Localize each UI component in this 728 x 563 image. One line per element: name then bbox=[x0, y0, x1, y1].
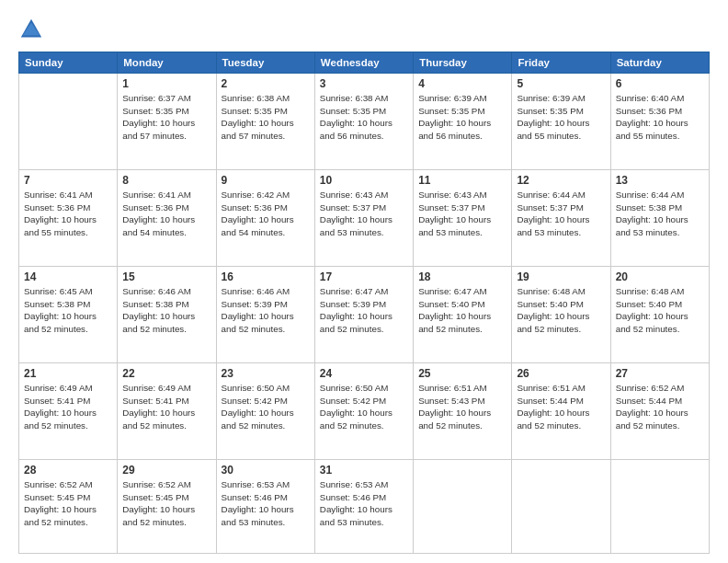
day-number: 8 bbox=[122, 174, 210, 187]
day-info: Sunrise: 6:53 AMSunset: 5:46 PMDaylight:… bbox=[320, 478, 408, 529]
svg-marker-1 bbox=[23, 23, 40, 36]
day-number: 22 bbox=[122, 367, 210, 380]
day-info: Sunrise: 6:44 AMSunset: 5:38 PMDaylight:… bbox=[616, 189, 704, 239]
calendar-cell bbox=[512, 459, 610, 553]
day-info: Sunrise: 6:39 AMSunset: 5:35 PMDaylight:… bbox=[517, 92, 605, 143]
calendar-cell: 28Sunrise: 6:52 AMSunset: 5:45 PMDayligh… bbox=[19, 459, 118, 553]
calendar-cell: 19Sunrise: 6:48 AMSunset: 5:40 PMDayligh… bbox=[512, 266, 610, 362]
day-number: 12 bbox=[517, 174, 605, 187]
logo bbox=[18, 17, 46, 42]
page: SundayMondayTuesdayWednesdayThursdayFrid… bbox=[0, 0, 728, 563]
day-number: 21 bbox=[24, 367, 112, 380]
day-info: Sunrise: 6:41 AMSunset: 5:36 PMDaylight:… bbox=[122, 189, 210, 239]
day-number: 9 bbox=[222, 174, 310, 187]
calendar-cell: 16Sunrise: 6:46 AMSunset: 5:39 PMDayligh… bbox=[216, 266, 314, 362]
day-info: Sunrise: 6:42 AMSunset: 5:36 PMDaylight:… bbox=[222, 189, 310, 239]
calendar-cell: 18Sunrise: 6:47 AMSunset: 5:40 PMDayligh… bbox=[414, 266, 512, 362]
calendar-cell: 21Sunrise: 6:49 AMSunset: 5:41 PMDayligh… bbox=[19, 362, 118, 459]
calendar-cell: 13Sunrise: 6:44 AMSunset: 5:38 PMDayligh… bbox=[610, 169, 709, 266]
calendar-cell: 30Sunrise: 6:53 AMSunset: 5:46 PMDayligh… bbox=[216, 459, 314, 553]
day-info: Sunrise: 6:45 AMSunset: 5:38 PMDaylight:… bbox=[24, 285, 112, 336]
calendar-cell: 9Sunrise: 6:42 AMSunset: 5:36 PMDaylight… bbox=[216, 169, 314, 266]
day-number: 7 bbox=[24, 174, 112, 187]
calendar-cell: 22Sunrise: 6:49 AMSunset: 5:41 PMDayligh… bbox=[118, 362, 216, 459]
day-info: Sunrise: 6:43 AMSunset: 5:37 PMDaylight:… bbox=[320, 189, 408, 239]
day-info: Sunrise: 6:46 AMSunset: 5:38 PMDaylight:… bbox=[122, 285, 210, 336]
weekday-header-thursday: Thursday bbox=[414, 52, 512, 74]
weekday-header-friday: Friday bbox=[512, 52, 610, 74]
day-number: 17 bbox=[320, 270, 408, 283]
calendar-cell: 1Sunrise: 6:37 AMSunset: 5:35 PMDaylight… bbox=[118, 74, 216, 170]
calendar-cell: 7Sunrise: 6:41 AMSunset: 5:36 PMDaylight… bbox=[19, 169, 118, 266]
calendar-cell: 15Sunrise: 6:46 AMSunset: 5:38 PMDayligh… bbox=[118, 266, 216, 362]
day-info: Sunrise: 6:51 AMSunset: 5:43 PMDaylight:… bbox=[418, 382, 506, 432]
day-info: Sunrise: 6:38 AMSunset: 5:35 PMDaylight:… bbox=[222, 92, 310, 143]
calendar-table: SundayMondayTuesdayWednesdayThursdayFrid… bbox=[18, 52, 710, 554]
day-number: 29 bbox=[122, 464, 210, 477]
day-info: Sunrise: 6:53 AMSunset: 5:46 PMDaylight:… bbox=[222, 478, 310, 529]
day-info: Sunrise: 6:47 AMSunset: 5:39 PMDaylight:… bbox=[320, 285, 408, 336]
day-info: Sunrise: 6:43 AMSunset: 5:37 PMDaylight:… bbox=[418, 189, 506, 239]
calendar-cell: 27Sunrise: 6:52 AMSunset: 5:44 PMDayligh… bbox=[610, 362, 709, 459]
day-number: 10 bbox=[320, 174, 408, 187]
day-info: Sunrise: 6:49 AMSunset: 5:41 PMDaylight:… bbox=[24, 382, 112, 432]
weekday-header-sunday: Sunday bbox=[19, 52, 118, 74]
day-info: Sunrise: 6:40 AMSunset: 5:36 PMDaylight:… bbox=[616, 92, 704, 143]
calendar-cell: 11Sunrise: 6:43 AMSunset: 5:37 PMDayligh… bbox=[414, 169, 512, 266]
weekday-header-row: SundayMondayTuesdayWednesdayThursdayFrid… bbox=[19, 52, 710, 74]
calendar-cell: 20Sunrise: 6:48 AMSunset: 5:40 PMDayligh… bbox=[610, 266, 709, 362]
header bbox=[18, 17, 710, 42]
calendar-cell: 12Sunrise: 6:44 AMSunset: 5:37 PMDayligh… bbox=[512, 169, 610, 266]
day-number: 11 bbox=[418, 174, 506, 187]
day-number: 27 bbox=[616, 367, 704, 380]
day-info: Sunrise: 6:41 AMSunset: 5:36 PMDaylight:… bbox=[24, 189, 112, 239]
calendar-cell bbox=[19, 74, 118, 170]
calendar-week-row: 28Sunrise: 6:52 AMSunset: 5:45 PMDayligh… bbox=[19, 459, 710, 553]
day-number: 28 bbox=[24, 464, 112, 477]
calendar-cell: 10Sunrise: 6:43 AMSunset: 5:37 PMDayligh… bbox=[314, 169, 413, 266]
calendar-cell: 17Sunrise: 6:47 AMSunset: 5:39 PMDayligh… bbox=[314, 266, 413, 362]
day-number: 4 bbox=[418, 77, 506, 90]
day-number: 5 bbox=[517, 77, 605, 90]
day-info: Sunrise: 6:37 AMSunset: 5:35 PMDaylight:… bbox=[122, 92, 210, 143]
calendar-cell: 4Sunrise: 6:39 AMSunset: 5:35 PMDaylight… bbox=[414, 74, 512, 170]
calendar-cell: 31Sunrise: 6:53 AMSunset: 5:46 PMDayligh… bbox=[314, 459, 413, 553]
day-number: 30 bbox=[222, 464, 310, 477]
logo-icon bbox=[18, 17, 44, 42]
day-info: Sunrise: 6:44 AMSunset: 5:37 PMDaylight:… bbox=[517, 189, 605, 239]
day-number: 15 bbox=[122, 270, 210, 283]
day-number: 18 bbox=[418, 270, 506, 283]
calendar-cell: 6Sunrise: 6:40 AMSunset: 5:36 PMDaylight… bbox=[610, 74, 709, 170]
day-info: Sunrise: 6:47 AMSunset: 5:40 PMDaylight:… bbox=[418, 285, 506, 336]
day-number: 26 bbox=[517, 367, 605, 380]
day-number: 31 bbox=[320, 464, 408, 477]
calendar-cell: 3Sunrise: 6:38 AMSunset: 5:35 PMDaylight… bbox=[314, 74, 413, 170]
calendar-week-row: 7Sunrise: 6:41 AMSunset: 5:36 PMDaylight… bbox=[19, 169, 710, 266]
calendar-week-row: 1Sunrise: 6:37 AMSunset: 5:35 PMDaylight… bbox=[19, 74, 710, 170]
calendar-cell: 5Sunrise: 6:39 AMSunset: 5:35 PMDaylight… bbox=[512, 74, 610, 170]
weekday-header-wednesday: Wednesday bbox=[314, 52, 413, 74]
calendar-cell: 29Sunrise: 6:52 AMSunset: 5:45 PMDayligh… bbox=[118, 459, 216, 553]
day-number: 24 bbox=[320, 367, 408, 380]
weekday-header-tuesday: Tuesday bbox=[216, 52, 314, 74]
day-info: Sunrise: 6:48 AMSunset: 5:40 PMDaylight:… bbox=[517, 285, 605, 336]
day-number: 2 bbox=[222, 77, 310, 90]
calendar-cell: 26Sunrise: 6:51 AMSunset: 5:44 PMDayligh… bbox=[512, 362, 610, 459]
day-number: 1 bbox=[122, 77, 210, 90]
calendar-cell: 2Sunrise: 6:38 AMSunset: 5:35 PMDaylight… bbox=[216, 74, 314, 170]
calendar-cell bbox=[610, 459, 709, 553]
weekday-header-monday: Monday bbox=[118, 52, 216, 74]
day-number: 19 bbox=[517, 270, 605, 283]
day-number: 23 bbox=[222, 367, 310, 380]
day-info: Sunrise: 6:52 AMSunset: 5:45 PMDaylight:… bbox=[24, 478, 112, 529]
calendar-week-row: 21Sunrise: 6:49 AMSunset: 5:41 PMDayligh… bbox=[19, 362, 710, 459]
calendar-week-row: 14Sunrise: 6:45 AMSunset: 5:38 PMDayligh… bbox=[19, 266, 710, 362]
calendar-cell: 23Sunrise: 6:50 AMSunset: 5:42 PMDayligh… bbox=[216, 362, 314, 459]
calendar-cell: 14Sunrise: 6:45 AMSunset: 5:38 PMDayligh… bbox=[19, 266, 118, 362]
day-number: 3 bbox=[320, 77, 408, 90]
day-number: 6 bbox=[616, 77, 704, 90]
day-info: Sunrise: 6:49 AMSunset: 5:41 PMDaylight:… bbox=[122, 382, 210, 432]
day-number: 25 bbox=[418, 367, 506, 380]
day-number: 13 bbox=[616, 174, 704, 187]
day-info: Sunrise: 6:48 AMSunset: 5:40 PMDaylight:… bbox=[616, 285, 704, 336]
